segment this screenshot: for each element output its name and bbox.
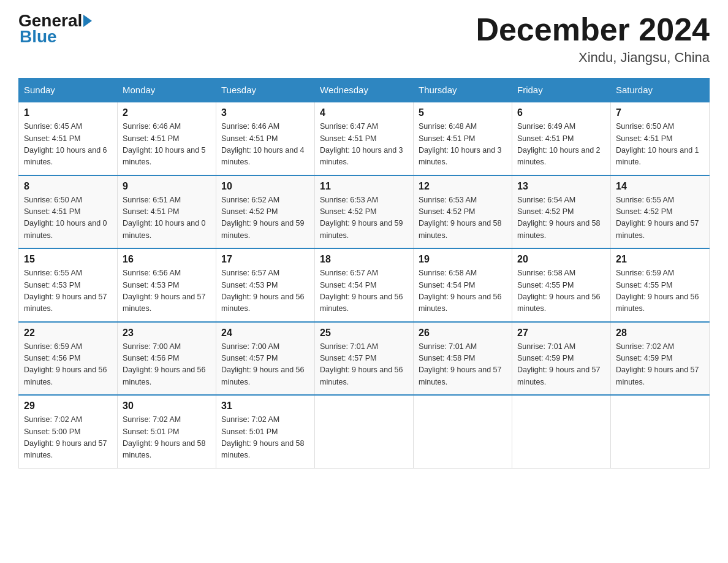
day-number: 14 — [616, 181, 704, 192]
day-number: 19 — [419, 254, 507, 265]
day-number: 30 — [123, 400, 211, 412]
day-info: Sunrise: 6:47 AM Sunset: 4:51 PM Dayligh… — [320, 121, 408, 169]
header-thursday: Thursday — [414, 79, 512, 102]
day-info: Sunrise: 6:58 AM Sunset: 4:54 PM Dayligh… — [419, 267, 507, 315]
calendar-cell: 2 Sunrise: 6:46 AM Sunset: 4:51 PM Dayli… — [118, 102, 216, 175]
location-title: Xindu, Jiangsu, China — [476, 50, 710, 66]
day-number: 5 — [419, 107, 507, 118]
calendar-cell: 8 Sunrise: 6:50 AM Sunset: 4:51 PM Dayli… — [19, 175, 118, 249]
header-row: Sunday Monday Tuesday Wednesday Thursday… — [19, 79, 710, 102]
day-number: 10 — [221, 181, 309, 192]
calendar-cell — [512, 395, 611, 468]
header-wednesday: Wednesday — [315, 79, 414, 102]
day-info: Sunrise: 7:01 AM Sunset: 4:59 PM Dayligh… — [517, 341, 605, 389]
day-info: Sunrise: 7:00 AM Sunset: 4:56 PM Dayligh… — [123, 341, 211, 389]
calendar-cell — [611, 395, 710, 468]
day-number: 28 — [616, 327, 704, 339]
day-number: 18 — [320, 254, 408, 265]
day-number: 21 — [616, 254, 704, 265]
day-info: Sunrise: 6:53 AM Sunset: 4:52 PM Dayligh… — [419, 194, 507, 242]
calendar-cell: 11 Sunrise: 6:53 AM Sunset: 4:52 PM Dayl… — [315, 175, 414, 249]
day-info: Sunrise: 6:55 AM Sunset: 4:52 PM Dayligh… — [616, 194, 704, 242]
calendar-cell: 29 Sunrise: 7:02 AM Sunset: 5:00 PM Dayl… — [19, 395, 118, 468]
day-info: Sunrise: 6:54 AM Sunset: 4:52 PM Dayligh… — [517, 194, 605, 242]
day-info: Sunrise: 7:02 AM Sunset: 4:59 PM Dayligh… — [616, 341, 704, 389]
week-row-5: 29 Sunrise: 7:02 AM Sunset: 5:00 PM Dayl… — [19, 395, 710, 468]
calendar-cell: 7 Sunrise: 6:50 AM Sunset: 4:51 PM Dayli… — [611, 102, 710, 175]
day-number: 13 — [517, 181, 605, 192]
week-row-2: 8 Sunrise: 6:50 AM Sunset: 4:51 PM Dayli… — [19, 175, 710, 249]
calendar-cell: 3 Sunrise: 6:46 AM Sunset: 4:51 PM Dayli… — [216, 102, 315, 175]
logo-blue-text: Blue — [20, 27, 57, 46]
calendar-cell: 23 Sunrise: 7:00 AM Sunset: 4:56 PM Dayl… — [118, 322, 216, 396]
calendar-cell — [414, 395, 512, 468]
day-info: Sunrise: 7:02 AM Sunset: 5:00 PM Dayligh… — [24, 414, 112, 462]
day-info: Sunrise: 6:51 AM Sunset: 4:51 PM Dayligh… — [123, 194, 211, 242]
calendar-cell: 9 Sunrise: 6:51 AM Sunset: 4:51 PM Dayli… — [118, 175, 216, 249]
day-info: Sunrise: 6:46 AM Sunset: 4:51 PM Dayligh… — [123, 121, 211, 169]
day-number: 17 — [221, 254, 309, 265]
day-number: 27 — [517, 327, 605, 339]
day-number: 2 — [123, 107, 211, 118]
calendar-body: 1 Sunrise: 6:45 AM Sunset: 4:51 PM Dayli… — [19, 102, 710, 468]
month-title: December 2024 — [476, 12, 710, 47]
calendar-header: Sunday Monday Tuesday Wednesday Thursday… — [19, 79, 710, 102]
day-info: Sunrise: 6:59 AM Sunset: 4:55 PM Dayligh… — [616, 267, 704, 315]
calendar-cell: 15 Sunrise: 6:55 AM Sunset: 4:53 PM Dayl… — [19, 248, 118, 322]
day-number: 22 — [24, 327, 112, 339]
week-row-1: 1 Sunrise: 6:45 AM Sunset: 4:51 PM Dayli… — [19, 102, 710, 175]
day-number: 8 — [24, 181, 112, 192]
calendar-cell: 21 Sunrise: 6:59 AM Sunset: 4:55 PM Dayl… — [611, 248, 710, 322]
day-number: 15 — [24, 254, 112, 265]
header-friday: Friday — [512, 79, 611, 102]
day-info: Sunrise: 7:01 AM Sunset: 4:58 PM Dayligh… — [419, 341, 507, 389]
calendar-cell: 6 Sunrise: 6:49 AM Sunset: 4:51 PM Dayli… — [512, 102, 611, 175]
day-info: Sunrise: 6:59 AM Sunset: 4:56 PM Dayligh… — [24, 341, 112, 389]
calendar-cell: 25 Sunrise: 7:01 AM Sunset: 4:57 PM Dayl… — [315, 322, 414, 396]
logo-triangle-icon — [83, 15, 92, 27]
calendar-cell: 28 Sunrise: 7:02 AM Sunset: 4:59 PM Dayl… — [611, 322, 710, 396]
calendar-table: Sunday Monday Tuesday Wednesday Thursday… — [18, 78, 710, 469]
calendar-cell: 12 Sunrise: 6:53 AM Sunset: 4:52 PM Dayl… — [414, 175, 512, 249]
day-number: 6 — [517, 107, 605, 118]
title-area: December 2024 Xindu, Jiangsu, China — [476, 12, 710, 66]
calendar-cell: 26 Sunrise: 7:01 AM Sunset: 4:58 PM Dayl… — [414, 322, 512, 396]
day-info: Sunrise: 7:02 AM Sunset: 5:01 PM Dayligh… — [123, 414, 211, 462]
day-info: Sunrise: 6:52 AM Sunset: 4:52 PM Dayligh… — [221, 194, 309, 242]
day-info: Sunrise: 6:58 AM Sunset: 4:55 PM Dayligh… — [517, 267, 605, 315]
header-sunday: Sunday — [19, 79, 118, 102]
day-number: 1 — [24, 107, 112, 118]
day-info: Sunrise: 7:00 AM Sunset: 4:57 PM Dayligh… — [221, 341, 309, 389]
calendar-cell: 20 Sunrise: 6:58 AM Sunset: 4:55 PM Dayl… — [512, 248, 611, 322]
day-number: 4 — [320, 107, 408, 118]
day-info: Sunrise: 6:50 AM Sunset: 4:51 PM Dayligh… — [24, 194, 112, 242]
calendar-cell: 19 Sunrise: 6:58 AM Sunset: 4:54 PM Dayl… — [414, 248, 512, 322]
week-row-4: 22 Sunrise: 6:59 AM Sunset: 4:56 PM Dayl… — [19, 322, 710, 396]
calendar-cell: 27 Sunrise: 7:01 AM Sunset: 4:59 PM Dayl… — [512, 322, 611, 396]
calendar-cell — [315, 395, 414, 468]
day-info: Sunrise: 6:53 AM Sunset: 4:52 PM Dayligh… — [320, 194, 408, 242]
header-saturday: Saturday — [611, 79, 710, 102]
day-info: Sunrise: 6:46 AM Sunset: 4:51 PM Dayligh… — [221, 121, 309, 169]
day-info: Sunrise: 6:57 AM Sunset: 4:54 PM Dayligh… — [320, 267, 408, 315]
calendar-cell: 24 Sunrise: 7:00 AM Sunset: 4:57 PM Dayl… — [216, 322, 315, 396]
day-info: Sunrise: 6:45 AM Sunset: 4:51 PM Dayligh… — [24, 121, 112, 169]
day-number: 25 — [320, 327, 408, 339]
day-info: Sunrise: 6:56 AM Sunset: 4:53 PM Dayligh… — [123, 267, 211, 315]
calendar-cell: 1 Sunrise: 6:45 AM Sunset: 4:51 PM Dayli… — [19, 102, 118, 175]
day-number: 31 — [221, 400, 309, 412]
calendar-cell: 14 Sunrise: 6:55 AM Sunset: 4:52 PM Dayl… — [611, 175, 710, 249]
day-info: Sunrise: 6:57 AM Sunset: 4:53 PM Dayligh… — [221, 267, 309, 315]
calendar-cell: 5 Sunrise: 6:48 AM Sunset: 4:51 PM Dayli… — [414, 102, 512, 175]
day-info: Sunrise: 6:50 AM Sunset: 4:51 PM Dayligh… — [616, 121, 704, 169]
calendar-cell: 13 Sunrise: 6:54 AM Sunset: 4:52 PM Dayl… — [512, 175, 611, 249]
day-number: 7 — [616, 107, 704, 118]
week-row-3: 15 Sunrise: 6:55 AM Sunset: 4:53 PM Dayl… — [19, 248, 710, 322]
day-number: 3 — [221, 107, 309, 118]
day-number: 11 — [320, 181, 408, 192]
day-number: 16 — [123, 254, 211, 265]
calendar-cell: 30 Sunrise: 7:02 AM Sunset: 5:01 PM Dayl… — [118, 395, 216, 468]
day-number: 20 — [517, 254, 605, 265]
calendar-cell: 10 Sunrise: 6:52 AM Sunset: 4:52 PM Dayl… — [216, 175, 315, 249]
day-info: Sunrise: 7:01 AM Sunset: 4:57 PM Dayligh… — [320, 341, 408, 389]
